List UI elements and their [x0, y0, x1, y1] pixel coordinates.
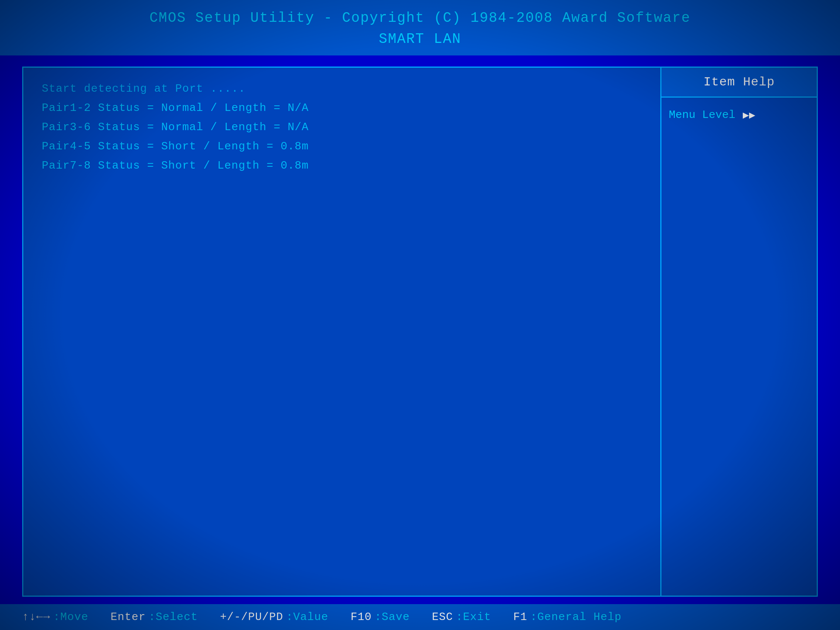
- footer-key-5: F1: [513, 611, 527, 623]
- footer: ↑↓←→:MoveEnter:Select+/-/PU/PD:ValueF10:…: [0, 604, 840, 630]
- footer-item-0: ↑↓←→:Move: [22, 611, 88, 623]
- footer-desc-1: :Select: [148, 611, 198, 623]
- footer-item-4: ESC:Exit: [432, 611, 491, 623]
- menu-level: Menu Level ▶▶: [669, 109, 809, 121]
- content-wrapper: Start detecting at Port .....Pair1-2 Sta…: [22, 66, 818, 597]
- menu-level-arrow: ▶▶: [743, 109, 755, 121]
- menu-level-label: Menu Level: [669, 109, 735, 121]
- footer-key-3: F10: [351, 611, 371, 623]
- item-help-title: Item Help: [704, 75, 775, 89]
- header-line1: CMOS Setup Utility - Copyright (C) 1984-…: [0, 7, 840, 28]
- status-row-1: Pair1-2 Status = Normal / Length = N/A: [42, 102, 642, 114]
- item-help-body: Menu Level ▶▶: [662, 98, 817, 133]
- left-panel: Start detecting at Port .....Pair1-2 Sta…: [23, 68, 662, 595]
- footer-key-4: ESC: [432, 611, 453, 623]
- status-rows: Start detecting at Port .....Pair1-2 Sta…: [42, 82, 642, 172]
- right-panel: Item Help Menu Level ▶▶: [662, 68, 817, 595]
- footer-desc-0: :Move: [53, 611, 88, 623]
- footer-desc-3: :Save: [374, 611, 410, 623]
- footer-key-2: +/-/PU/PD: [220, 611, 283, 623]
- status-row-2: Pair3-6 Status = Normal / Length = N/A: [42, 121, 642, 133]
- footer-item-2: +/-/PU/PD:Value: [220, 611, 328, 623]
- item-help-header: Item Help: [662, 68, 817, 98]
- status-row-3: Pair4-5 Status = Short / Length = 0.8m: [42, 140, 642, 153]
- header-line2: SMART LAN: [0, 28, 840, 49]
- bios-header: CMOS Setup Utility - Copyright (C) 1984-…: [0, 0, 840, 55]
- footer-desc-5: :General Help: [530, 611, 622, 623]
- footer-item-1: Enter:Select: [111, 611, 198, 623]
- footer-item-3: F10:Save: [351, 611, 410, 623]
- main-area: Start detecting at Port .....Pair1-2 Sta…: [0, 55, 840, 604]
- footer-key-1: Enter: [111, 611, 146, 623]
- footer-item-5: F1:General Help: [513, 611, 622, 623]
- bios-screen: CMOS Setup Utility - Copyright (C) 1984-…: [0, 0, 840, 630]
- footer-desc-4: :Exit: [456, 611, 491, 623]
- footer-desc-2: :Value: [286, 611, 328, 623]
- footer-key-0: ↑↓←→: [22, 611, 50, 623]
- status-row-4: Pair7-8 Status = Short / Length = 0.8m: [42, 159, 642, 172]
- status-row-0: Start detecting at Port .....: [42, 82, 642, 95]
